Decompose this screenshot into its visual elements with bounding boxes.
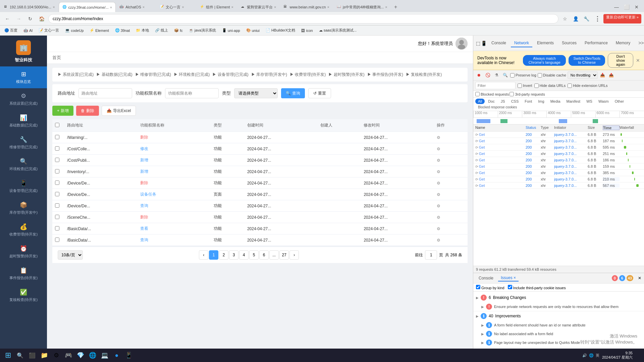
settings-action-7[interactable]: ⚙ [437, 215, 440, 220]
browser-taskbar[interactable]: 🌐 [87, 350, 98, 361]
notification-close[interactable]: ✕ [636, 58, 640, 63]
menu-icon[interactable]: ⋮ [593, 14, 602, 23]
sidebar-item-fee[interactable]: 💰 收费管理(待开发) [0, 219, 47, 241]
show-desktop-button[interactable] [635, 350, 641, 360]
forward-button[interactable]: → [14, 14, 23, 23]
settings-action-5[interactable]: ⚙ [437, 192, 440, 197]
page-4-button[interactable]: 4 [239, 250, 249, 260]
env-link[interactable]: ▶ 环境检查(已完成) [174, 72, 210, 77]
filter-img[interactable]: Img [535, 99, 547, 104]
file-explorer[interactable]: 📁 [39, 350, 50, 361]
type-select[interactable]: 请选择类型 [234, 88, 278, 98]
browser-close-button[interactable]: ✕ [632, 2, 641, 12]
page-2-button[interactable]: 2 [219, 250, 228, 260]
bookmark-wenxin[interactable]: 📝 文心一言 [37, 27, 61, 34]
row-checkbox-4[interactable] [52, 177, 64, 189]
sidebar-item-basic-data[interactable]: 📊 基础数据(已完成) [0, 110, 47, 132]
filter-js[interactable]: JS [498, 99, 508, 104]
maintenance-link[interactable]: ▶ 维修管理(已完成) [135, 72, 171, 77]
bookmark-java[interactable]: ☕java演示系统 [187, 27, 218, 34]
filter-ws[interactable]: WS [584, 99, 595, 104]
import-icon[interactable]: 📥 [599, 71, 606, 79]
bookmark-uniui[interactable]: 🎨uniui [245, 28, 261, 33]
page-3-button[interactable]: 3 [229, 250, 238, 260]
third-party-checkbox[interactable]: 3rd-party requests [509, 92, 545, 96]
timeout-link2[interactable]: ▶ 超时预警(待开发) [328, 72, 364, 77]
page-5-button[interactable]: 5 [249, 250, 259, 260]
prev-page-button[interactable]: ‹ [199, 250, 208, 260]
recheck-link2[interactable]: ▶ 复核检查(待开发) [406, 72, 442, 77]
extensions-icon[interactable]: 🔧 [582, 14, 591, 23]
tab-5-close[interactable]: × [231, 5, 233, 9]
event-link2[interactable]: ▶ 事件报告(待开发) [367, 72, 403, 77]
sidebar-item-recheck[interactable]: ✅ 复核检查(待开发) [0, 285, 47, 306]
home-button[interactable]: 🏠 [37, 14, 46, 23]
fee-link2[interactable]: ▶ 收费管理(待开发) [290, 72, 326, 77]
select-all-checkbox[interactable] [55, 123, 59, 127]
issues-close-button[interactable]: ✕ [638, 276, 641, 280]
preserve-log-checkbox[interactable]: Preserve log [510, 73, 536, 77]
page-1-button[interactable]: 1 [209, 250, 218, 260]
net-row-6[interactable]: ⟳ Get 200 xhr jquery-3.7.0... 6.8 B 385 … [473, 170, 644, 176]
disable-cache-checkbox[interactable]: Disable cache [538, 73, 566, 77]
export-button[interactable]: 📤 导出Excel [102, 106, 136, 116]
bookmark-icon[interactable]: ☆ [560, 14, 570, 23]
row-checkbox-2[interactable] [52, 155, 64, 166]
page-6-button[interactable]: 6 [259, 250, 269, 260]
dont-show-button[interactable]: Don't show again [608, 53, 633, 68]
tab-2-close[interactable]: × [110, 5, 112, 9]
filter-wasm[interactable]: Wasm [596, 99, 611, 104]
bookmark-codeup[interactable]: 💻codeUp [63, 28, 85, 33]
devtools-more-tabs[interactable]: >> [635, 39, 644, 48]
next-page-button[interactable]: › [289, 250, 299, 260]
devtools-toggle[interactable]: ⬚ 📱 [476, 41, 487, 46]
bookmark-ai[interactable]: 🤖 AI [22, 28, 34, 33]
tab-1-close[interactable]: × [53, 5, 55, 9]
tab-3[interactable]: 🤖 AlchatOS × [116, 2, 156, 12]
settings-action-2[interactable]: ⚙ [437, 158, 440, 163]
bookmark-icon[interactable]: 🖼icon [300, 28, 314, 33]
tab-8[interactable]: 📖 js中常用的4种模糊查询... × [333, 2, 391, 12]
tab-5[interactable]: ⚡ 组件 | Element × [196, 2, 237, 12]
net-row-7[interactable]: ⟳ Get 200 xhr jquery-3.7.0... 6.8 B 210 … [473, 176, 644, 183]
row-checkbox-6[interactable] [52, 200, 64, 212]
row-checkbox-3[interactable] [52, 166, 64, 177]
url-input[interactable] [48, 14, 558, 23]
game-bar[interactable]: 🎮 [63, 350, 74, 361]
add-button[interactable]: + 新增 [52, 106, 73, 116]
net-row-1[interactable]: ⟳ Get 200 xhr jquery-3.7.0... 6.8 B 187 … [473, 138, 644, 144]
settings-action-4[interactable]: ⚙ [437, 181, 440, 186]
clear-button[interactable]: 🚫 [484, 71, 491, 79]
record-button[interactable]: ⏺ [475, 71, 483, 79]
improvement-item-3[interactable]: ▶ ℹ Page layout may be unexpected due to… [473, 338, 644, 347]
filter-media[interactable]: Media [548, 99, 563, 104]
tab-2[interactable]: 🌐 czzy.39nat.com/Home/... × [59, 2, 116, 12]
tab-3-close[interactable]: × [143, 5, 145, 9]
third-party-cookies-option[interactable]: Include third-party cookie issues [508, 285, 566, 290]
net-row-4[interactable]: ⟳ Get 200 xhr jquery-3.7.0... 6.8 B 186 … [473, 157, 644, 163]
basic-data-link[interactable]: ▶ 基础数据(已完成) [96, 72, 132, 77]
bookmark-fc[interactable]: 📦fc [172, 28, 184, 33]
tray-icon-2[interactable]: 🌐 [589, 353, 594, 358]
row-checkbox-0[interactable] [52, 132, 64, 143]
net-row-0[interactable]: ⟳ Get 200 xhr jquery-3.7.0... 6.8 B 273 … [473, 132, 644, 138]
improvements-header[interactable]: ▶ ℹ 40 Improvements [473, 311, 644, 321]
net-row-8[interactable]: ⟳ Get 200 xhr jquery-3.7.0... 6.8 B 567 … [473, 183, 644, 189]
hide-data-urls-checkbox[interactable]: Hide data URLs [534, 84, 566, 88]
row-checkbox-8[interactable] [52, 223, 64, 235]
row-checkbox-7[interactable] [52, 212, 64, 223]
blue-app[interactable]: ● [111, 350, 122, 361]
sidebar-item-inventory[interactable]: 📦 库存管理(开发中) [0, 197, 47, 219]
filter-other[interactable]: Other [612, 99, 627, 104]
minimize-button[interactable]: — [612, 2, 621, 12]
tab-7[interactable]: 🏛 www.beian.miit.gov.cn × [280, 2, 333, 12]
filter-doc[interactable]: Doc [485, 99, 497, 104]
tab-1[interactable]: 🖥 192.168.0.104:5000/Ho... × [0, 2, 59, 12]
new-tab-button[interactable]: + [391, 2, 400, 12]
tray-icon-1[interactable]: 🔊 [582, 353, 587, 358]
gem-app[interactable]: 💎 [75, 350, 86, 361]
start-button[interactable]: ⊞ [3, 350, 13, 361]
row-checkbox-5[interactable] [52, 189, 64, 200]
filter-blocked-cookies[interactable]: Blocked response cookies [475, 105, 520, 110]
inventory-link[interactable]: ▶ 库存管理(开发中) [251, 72, 287, 77]
